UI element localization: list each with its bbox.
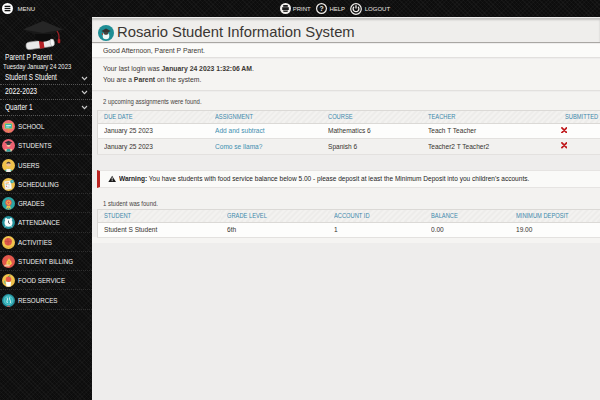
svg-text:?: ?: [319, 5, 323, 12]
